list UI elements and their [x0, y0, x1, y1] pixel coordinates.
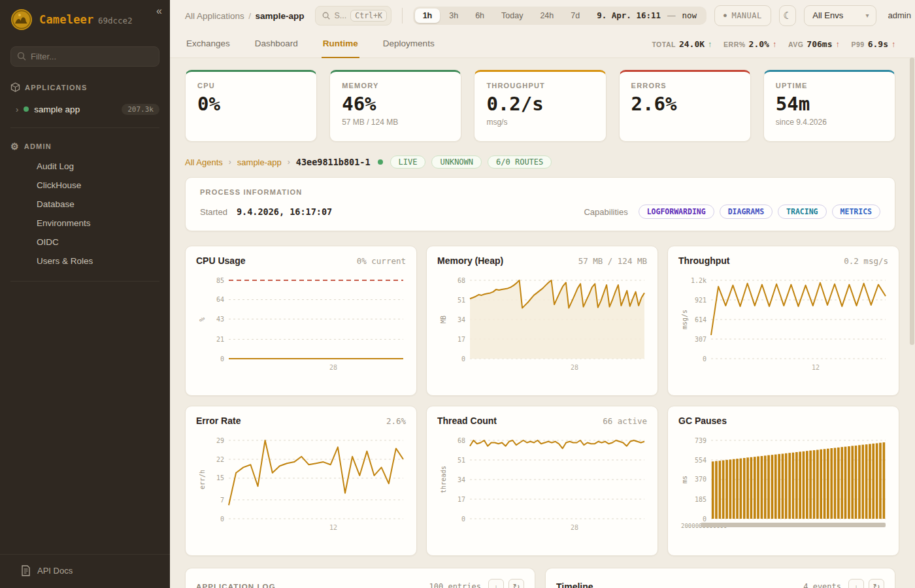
sidebar-item-environments[interactable]: Environments — [10, 214, 159, 233]
chart-current-value: 0% current — [357, 256, 406, 266]
breadcrumb: All Applications / sample-app — [185, 10, 305, 22]
vertical-scrollbar[interactable] — [910, 57, 914, 345]
metric-value: 2.6% — [631, 93, 739, 115]
svg-text:17: 17 — [458, 336, 465, 343]
manual-dot-icon: ● — [724, 12, 727, 18]
chart-canvas: 7395543701850ms2000000000000 — [678, 431, 888, 544]
tab-stats: TOTAL24.0K↑ ERR%2.0%↑ AVG706ms↑ P996.9s↑ — [652, 39, 895, 49]
user-label[interactable]: admin — [888, 10, 911, 20]
manual-refresh-button[interactable]: ● MANUAL — [714, 5, 771, 26]
app-root: Cameleer 69dcce2 « APPLICATIONS › sample… — [0, 0, 915, 588]
range-6h[interactable]: 6h — [467, 8, 492, 23]
agent-live-dot — [378, 159, 383, 165]
capabilities: Capabilities LOGFORWARDING DIAGRAMS TRAC… — [584, 204, 880, 219]
svg-text:307: 307 — [695, 336, 707, 343]
breadcrumb-all-applications[interactable]: All Applications — [185, 11, 244, 21]
refresh-button[interactable]: ↻ — [869, 579, 884, 588]
sidebar-item-users-roles[interactable]: Users & Roles — [10, 252, 159, 270]
api-docs-label: API Docs — [37, 566, 73, 576]
link-sample-app[interactable]: sample-app — [237, 157, 282, 167]
admin-header: ⚙ ADMIN — [10, 141, 159, 152]
chart-title: Memory (Heap) — [437, 255, 503, 266]
chart-canvas: 856443210%28 — [196, 271, 406, 384]
capabilities-label: Capabilities — [584, 207, 627, 217]
range-today[interactable]: Today — [493, 8, 531, 23]
sidebar-item-oidc[interactable]: OIDC — [10, 233, 159, 252]
chart-cpu-usage: CPU Usage0% current 856443210%28 — [185, 246, 417, 396]
chart-title: CPU Usage — [196, 255, 245, 266]
svg-text:%: % — [199, 318, 206, 321]
env-select[interactable]: All Envs ▾ — [804, 5, 876, 26]
process-information-title: PROCESS INFORMATION — [200, 188, 880, 196]
svg-text:7: 7 — [220, 497, 224, 504]
chart-canvas: 685134170threads28 — [437, 431, 647, 544]
metric-sub: since 9.4.2026 — [776, 118, 883, 127]
range-1h[interactable]: 1h — [415, 8, 441, 23]
time-from[interactable]: 9. Apr. 16:11 — [589, 10, 666, 20]
stat-p99: P996.9s↑ — [852, 39, 896, 49]
env-selected-label: All Envs — [812, 10, 843, 20]
metric-card-errors: ERRORS 2.6% — [619, 70, 751, 142]
time-dash: — — [667, 11, 676, 20]
sidebar-item-api-docs[interactable]: API Docs — [0, 554, 170, 588]
brand-name: Cameleer — [39, 13, 93, 26]
link-all-agents[interactable]: All Agents — [185, 157, 223, 167]
svg-text:28: 28 — [329, 364, 337, 371]
log-entries-count: 100 entries — [429, 582, 481, 588]
refresh-icon: ↻ — [513, 582, 520, 588]
up-arrow-icon: ↑ — [773, 40, 776, 49]
stat-total: TOTAL24.0K↑ — [652, 39, 712, 49]
svg-text:85: 85 — [216, 277, 224, 284]
tab-deployments[interactable]: Deployments — [382, 31, 436, 58]
sidebar-item-sample-app[interactable]: › sample app 207.3k — [16, 101, 159, 117]
started-label: Started — [200, 207, 227, 217]
sidebar-collapse-icon[interactable]: « — [156, 5, 162, 17]
sidebar-item-clickhouse[interactable]: ClickHouse — [10, 176, 159, 195]
refresh-icon: ↻ — [873, 582, 880, 588]
chevron-down-icon: ▾ — [866, 12, 869, 19]
time-range-group: 1h 3h 6h Today 24h 7d 9. Apr. 16:11 — no… — [413, 7, 707, 25]
admin-header-label: ADMIN — [24, 142, 52, 150]
tab-runtime[interactable]: Runtime — [322, 31, 359, 58]
range-24h[interactable]: 24h — [532, 8, 561, 23]
capability-metrics: METRICS — [832, 204, 880, 219]
started-value: 9.4.2026, 16:17:07 — [237, 206, 332, 217]
global-search[interactable]: S... Ctrl+K — [315, 6, 391, 25]
time-to[interactable]: now — [677, 10, 705, 20]
svg-text:0: 0 — [220, 515, 224, 523]
chart-title: GC Pauses — [678, 416, 727, 426]
range-3h[interactable]: 3h — [441, 8, 466, 23]
refresh-button[interactable]: ↻ — [508, 579, 524, 588]
application-log-title: APPLICATION LOG — [196, 583, 276, 588]
download-button[interactable]: ↓ — [848, 579, 864, 588]
chevron-right-icon[interactable]: › — [16, 105, 18, 114]
sidebar-item-audit-log[interactable]: Audit Log — [10, 157, 159, 176]
brand-block: Cameleer 69dcce2 — [39, 13, 133, 26]
timeline-events-count: 4 events — [803, 582, 841, 588]
sidebar-filter — [10, 46, 159, 67]
range-7d[interactable]: 7d — [563, 8, 588, 23]
divider — [402, 8, 403, 24]
download-button[interactable]: ↓ — [488, 579, 504, 588]
up-arrow-icon: ↑ — [836, 40, 840, 49]
tab-exchanges[interactable]: Exchanges — [185, 31, 231, 58]
metric-card-memory: MEMORY 46% 57 MB / 124 MB — [329, 70, 461, 142]
chart-current-value: 66 active — [603, 416, 647, 426]
sidebar-item-database[interactable]: Database — [10, 195, 159, 214]
capability-logforwarding: LOGFORWARDING — [639, 204, 714, 219]
moon-icon: ☾ — [783, 10, 791, 22]
svg-text:614: 614 — [695, 316, 707, 323]
svg-text:28: 28 — [571, 524, 578, 531]
topbar: All Applications / sample-app S... Ctrl+… — [170, 0, 915, 31]
charts-grid: CPU Usage0% current 856443210%28 Memory … — [185, 246, 895, 556]
process-information-card: PROCESS INFORMATION Started 9.4.2026, 16… — [185, 177, 895, 231]
metric-cards: CPU 0% MEMORY 46% 57 MB / 124 MB THROUGH… — [185, 70, 895, 142]
svg-text:51: 51 — [458, 457, 465, 464]
bottom-cards: APPLICATION LOG 100 entries ↓ ↻ Timeline… — [185, 568, 895, 588]
content: CPU 0% MEMORY 46% 57 MB / 124 MB THROUGH… — [170, 58, 915, 588]
svg-text:68: 68 — [458, 437, 465, 444]
chart-error-rate: Error Rate2.6% 29221570err/h12 — [185, 406, 417, 556]
dark-mode-toggle[interactable]: ☾ — [779, 5, 796, 26]
tab-dashboard[interactable]: Dashboard — [254, 31, 299, 58]
sidebar-filter-input[interactable] — [10, 46, 159, 67]
